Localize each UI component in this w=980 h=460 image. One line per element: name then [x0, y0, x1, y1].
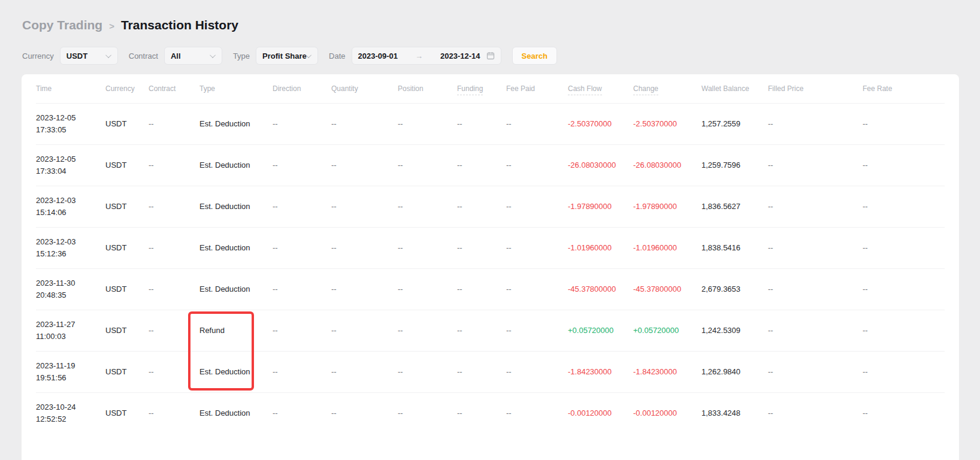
currency-select[interactable]: USDT — [60, 47, 118, 65]
cell-change: -1.01960000 — [633, 227, 701, 268]
column-header-contract: Contract — [149, 74, 199, 103]
cell-time: 2023-11-1919:51:56 — [36, 351, 105, 392]
cell-time-clock: 11:00:03 — [36, 331, 105, 343]
cell-type: Est. Deduction — [199, 351, 273, 392]
cell-wallet_balance: 1,838.5416 — [701, 227, 768, 268]
cell-filled_price: -- — [768, 310, 863, 351]
column-header-label: Direction — [273, 84, 301, 93]
cell-fee_paid: -- — [506, 351, 568, 392]
cell-filled_price: -- — [768, 351, 863, 392]
column-header-quantity: Quantity — [331, 74, 398, 103]
table-row: 2023-11-1919:51:56USDT--Est. Deduction--… — [36, 351, 945, 392]
column-header-label: Type — [199, 84, 215, 93]
cell-position: -- — [398, 268, 457, 310]
column-header-label: Cash Flow — [568, 84, 602, 95]
column-header-type: Type — [199, 74, 273, 103]
cell-funding: -- — [457, 144, 506, 186]
cell-type: Est. Deduction — [199, 103, 273, 144]
column-header-wallet_balance: Wallet Balance — [701, 74, 768, 103]
date-end-value[interactable]: 2023-12-14 — [440, 52, 480, 60]
cell-filled_price: -- — [768, 227, 863, 268]
cell-cash_flow: -1.84230000 — [568, 351, 633, 392]
cell-quantity: -- — [331, 103, 398, 144]
cell-direction: -- — [273, 392, 331, 434]
cell-cash_flow: -1.97890000 — [568, 186, 633, 227]
cell-quantity: -- — [331, 310, 398, 351]
breadcrumb-separator: > — [109, 20, 114, 31]
cell-quantity: -- — [331, 227, 398, 268]
cell-cash_flow: +0.05720000 — [568, 310, 633, 351]
cell-cash_flow: -1.01960000 — [568, 227, 633, 268]
cell-type: Est. Deduction — [199, 268, 273, 310]
table-row: 2023-12-0315:14:06USDT--Est. Deduction--… — [36, 186, 945, 227]
cell-direction: -- — [273, 351, 331, 392]
cell-type: Refund — [199, 310, 273, 351]
cell-time-date: 2023-11-19 — [36, 360, 105, 372]
column-header-funding[interactable]: Funding — [457, 74, 506, 103]
table-header-row: TimeCurrencyContractTypeDirectionQuantit… — [36, 74, 945, 103]
cell-change: -0.00120000 — [633, 392, 701, 434]
cell-position: -- — [398, 186, 457, 227]
column-header-change[interactable]: Change — [633, 74, 701, 103]
cell-position: -- — [398, 351, 457, 392]
cell-direction: -- — [273, 268, 331, 310]
cell-fee_rate: -- — [863, 186, 945, 227]
column-header-label: Funding — [457, 84, 483, 95]
cell-fee_paid: -- — [506, 392, 568, 434]
cell-time-date: 2023-12-05 — [36, 153, 105, 165]
cell-time: 2023-10-2412:52:52 — [36, 392, 105, 434]
cell-currency: USDT — [105, 144, 149, 186]
cell-contract: -- — [149, 310, 199, 351]
cell-position: -- — [398, 103, 457, 144]
cell-funding: -- — [457, 268, 506, 310]
date-range-picker[interactable]: 2023-09-01 → 2023-12-14 — [352, 47, 501, 65]
cell-filled_price: -- — [768, 144, 863, 186]
cell-change: -2.50370000 — [633, 103, 701, 144]
cell-direction: -- — [273, 310, 331, 351]
breadcrumb-parent[interactable]: Copy Trading — [22, 18, 102, 32]
currency-filter-label: Currency — [22, 52, 54, 60]
cell-wallet_balance: 2,679.3653 — [701, 268, 768, 310]
column-header-filled_price: Filled Price — [768, 74, 863, 103]
column-header-label: Change — [633, 84, 658, 95]
cell-position: -- — [398, 227, 457, 268]
table-body: 2023-12-0517:33:05USDT--Est. Deduction--… — [36, 103, 945, 434]
cell-fee_paid: -- — [506, 186, 568, 227]
column-header-direction: Direction — [273, 74, 331, 103]
cell-wallet_balance: 1,262.9840 — [701, 351, 768, 392]
date-start-value[interactable]: 2023-09-01 — [358, 52, 398, 60]
cell-change: +0.05720000 — [633, 310, 701, 351]
cell-filled_price: -- — [768, 103, 863, 144]
column-header-label: Contract — [149, 84, 176, 93]
calendar-icon[interactable] — [486, 52, 495, 60]
cell-filled_price: -- — [768, 392, 863, 434]
cell-wallet_balance: 1,242.5309 — [701, 310, 768, 351]
cell-direction: -- — [273, 144, 331, 186]
cell-funding: -- — [457, 392, 506, 434]
cell-quantity: -- — [331, 392, 398, 434]
cell-contract: -- — [149, 144, 199, 186]
cell-cash_flow: -0.00120000 — [568, 392, 633, 434]
type-select[interactable]: Profit Share — [256, 47, 318, 65]
column-header-cash_flow[interactable]: Cash Flow — [568, 74, 633, 103]
cell-fee_rate: -- — [863, 351, 945, 392]
column-header-time: Time — [36, 74, 105, 103]
cell-type: Est. Deduction — [199, 144, 273, 186]
contract-select-value: All — [171, 52, 181, 60]
cell-direction: -- — [273, 186, 331, 227]
search-button[interactable]: Search — [512, 47, 557, 65]
cell-wallet_balance: 1,257.2559 — [701, 103, 768, 144]
cell-currency: USDT — [105, 268, 149, 310]
cell-time-clock: 15:12:36 — [36, 248, 105, 260]
table-row: 2023-11-2711:00:03USDT--Refund----------… — [36, 310, 945, 351]
breadcrumb: Copy Trading > Transaction History — [22, 18, 238, 32]
cell-funding: -- — [457, 351, 506, 392]
cell-fee_paid: -- — [506, 144, 568, 186]
cell-contract: -- — [149, 351, 199, 392]
cell-contract: -- — [149, 186, 199, 227]
cell-currency: USDT — [105, 186, 149, 227]
transaction-table: TimeCurrencyContractTypeDirectionQuantit… — [36, 74, 945, 434]
column-header-label: Position — [398, 84, 424, 93]
contract-filter-label: Contract — [129, 52, 158, 60]
contract-select[interactable]: All — [164, 47, 222, 65]
